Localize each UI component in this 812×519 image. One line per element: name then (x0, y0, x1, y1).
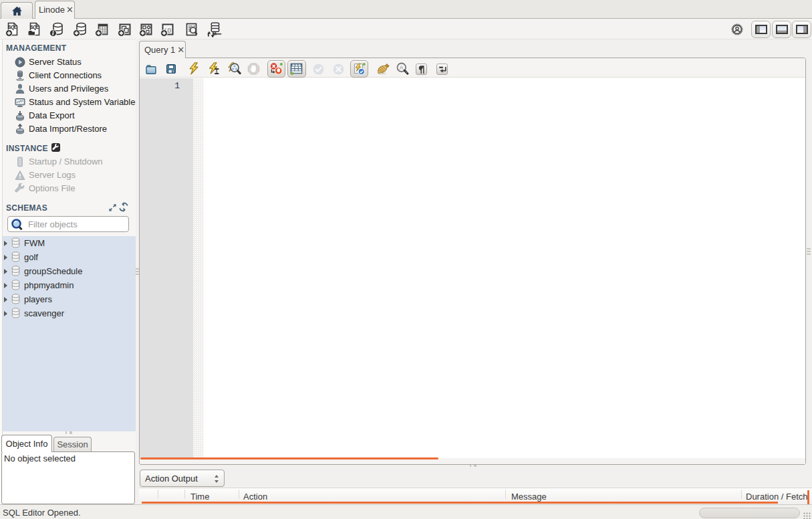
svg-text:(): () (168, 27, 172, 33)
svg-text:SQL: SQL (8, 25, 17, 30)
svg-text:SQL: SQL (30, 25, 39, 30)
svg-text:A: A (400, 64, 404, 71)
